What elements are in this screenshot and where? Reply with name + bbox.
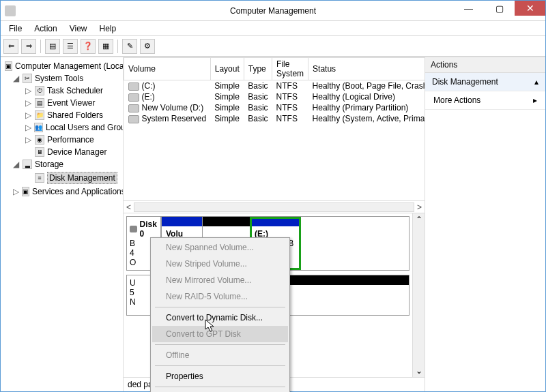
titlebar: Computer Management — ▢ ✕	[1, 1, 545, 21]
menu-action[interactable]: Action	[29, 22, 62, 35]
vertical-scrollbar[interactable]: ⌃⌄	[412, 213, 425, 377]
horizontal-scrollbar[interactable]: <>	[124, 200, 425, 213]
tree-system-tools[interactable]: System Tools	[35, 74, 83, 83]
table-row[interactable]: System ReservedSimpleBasicNTFSHealthy (S…	[124, 113, 425, 124]
context-menu-item: Offline	[152, 347, 288, 363]
table-row[interactable]: New Volume (D:)SimpleBasicNTFSHealthy (P…	[124, 102, 425, 113]
context-menu-item: Convert to GPT Disk	[152, 326, 288, 342]
actions-pane: Actions Disk Management▴ More Actions▸	[425, 57, 545, 391]
toolbar-btn-3[interactable]: ❓	[81, 39, 96, 54]
menu-file[interactable]: File	[3, 22, 27, 35]
toolbar-btn-2[interactable]: ☰	[63, 39, 78, 54]
context-menu-item: New Striped Volume...	[152, 256, 288, 272]
maximize-button[interactable]: ▢	[484, 1, 515, 16]
volume-icon	[128, 115, 139, 123]
services-icon: ▣	[22, 187, 29, 196]
window-title: Computer Management	[230, 6, 316, 16]
close-button[interactable]: ✕	[515, 1, 545, 16]
users-icon: 👥	[34, 123, 43, 132]
context-menu[interactable]: New Spanned Volume...New Striped Volume.…	[150, 237, 290, 392]
menu-help[interactable]: Help	[94, 22, 122, 35]
volume-icon	[128, 104, 139, 112]
disk-icon: ≡	[35, 173, 44, 183]
menu-view[interactable]: View	[64, 22, 93, 35]
tree-shared-folders[interactable]: Shared Folders	[47, 110, 103, 120]
col-volume[interactable]: Volume	[124, 58, 211, 80]
volume-icon	[128, 82, 139, 91]
tree-performance[interactable]: Performance	[47, 135, 94, 145]
col-filesystem[interactable]: File System	[272, 58, 308, 80]
scheduler-icon: ⏱	[35, 86, 44, 95]
actions-more[interactable]: More Actions▸	[425, 91, 545, 110]
context-menu-item[interactable]: Properties	[152, 368, 288, 385]
perf-icon: ◉	[35, 135, 44, 145]
tree-local-users[interactable]: Local Users and Groups	[46, 123, 124, 132]
collapse-icon: ▴	[534, 77, 538, 87]
folder-icon: ✂	[23, 74, 32, 83]
toolbar-btn-4[interactable]: ▦	[98, 39, 113, 54]
table-row[interactable]: (C:)SimpleBasicNTFSHealthy (Boot, Page F…	[124, 80, 425, 92]
context-menu-item: New Mirrored Volume...	[152, 272, 288, 288]
context-menu-item[interactable]: Convert to Dynamic Disk...	[152, 310, 288, 326]
app-icon	[5, 5, 16, 16]
tree-root-icon: ▣	[5, 61, 12, 71]
tree-task-scheduler[interactable]: Task Scheduler	[47, 86, 103, 95]
col-layout[interactable]: Layout	[210, 58, 244, 80]
tree-storage[interactable]: Storage	[35, 160, 63, 169]
toolbar-btn-5[interactable]: ✎	[122, 39, 137, 54]
tree-root[interactable]: Computer Management (Local	[15, 61, 124, 71]
device-icon: 🖥	[35, 147, 44, 157]
menubar: File Action View Help	[1, 21, 545, 36]
volume-icon	[128, 93, 139, 102]
volume-table[interactable]: Volume Layout Type File System Status (C…	[124, 57, 425, 124]
back-button[interactable]: ⇐	[3, 39, 18, 54]
tree-event-viewer[interactable]: Event Viewer	[47, 98, 95, 108]
forward-button[interactable]: ⇒	[21, 39, 36, 54]
chevron-right-icon: ▸	[533, 95, 537, 105]
event-viewer-icon: ▤	[35, 98, 44, 108]
col-type[interactable]: Type	[244, 58, 272, 80]
tree-services[interactable]: Services and Applications	[32, 187, 124, 196]
nav-tree[interactable]: ▣Computer Management (Local ◢✂System Too…	[1, 57, 124, 391]
toolbar-btn-6[interactable]: ⚙	[140, 39, 155, 54]
actions-header: Actions	[425, 57, 545, 73]
context-menu-item[interactable]: Help	[152, 389, 288, 392]
shared-icon: 📁	[35, 110, 44, 120]
context-menu-item: New Spanned Volume...	[152, 239, 288, 256]
minimize-button[interactable]: —	[453, 1, 484, 16]
disk-icon	[130, 226, 137, 232]
actions-disk-management[interactable]: Disk Management▴	[425, 73, 545, 91]
context-menu-item: New RAID-5 Volume...	[152, 288, 288, 305]
storage-icon: ▂	[23, 160, 32, 169]
tree-disk-management[interactable]: Disk Management	[47, 172, 117, 184]
toolbar: ⇐ ⇒ ▤ ☰ ❓ ▦ ✎ ⚙	[1, 36, 545, 57]
tree-device-manager[interactable]: Device Manager	[47, 147, 106, 157]
col-status[interactable]: Status	[308, 58, 425, 80]
toolbar-btn-1[interactable]: ▤	[45, 39, 60, 54]
table-row[interactable]: (E:)SimpleBasicNTFSHealthy (Logical Driv…	[124, 91, 425, 102]
